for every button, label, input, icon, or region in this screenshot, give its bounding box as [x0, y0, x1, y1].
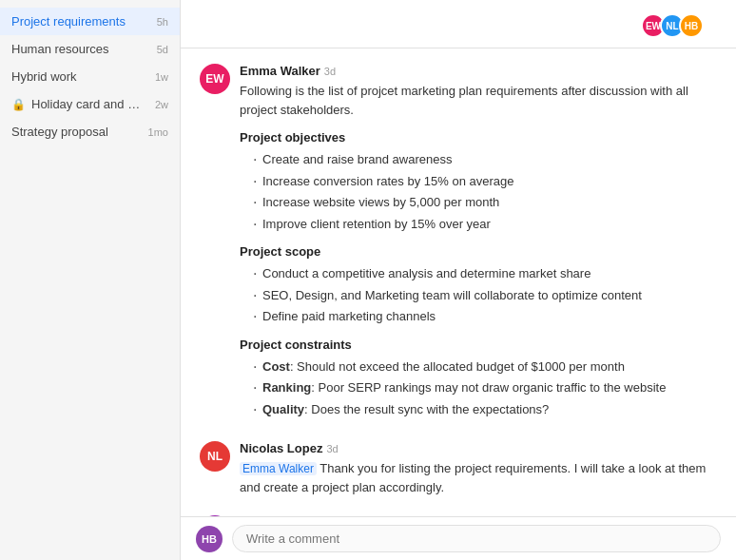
message-header: Nicolas Lopez3d [240, 441, 717, 455]
list-item: Quality: Does the result sync with the e… [253, 400, 717, 419]
sidebar-item-label: Project requirements [11, 14, 147, 29]
message-content: Emma Walker3dFollowing is the list of pr… [240, 64, 717, 422]
sidebar-item-holiday-card[interactable]: 🔒 Holiday card and gifts 2w [0, 90, 180, 118]
main-header: EWNLHB [181, 0, 736, 48]
comment-input[interactable] [232, 525, 721, 552]
sidebar: Project requirements 5h Human resources … [0, 0, 181, 560]
bold-text: Ranking [262, 380, 311, 395]
section-title: Project scope [240, 244, 717, 259]
message-intro: Following is the list of projcet marketi… [240, 82, 717, 119]
sidebar-item-label: Holiday card and gifts [31, 97, 145, 111]
sidebar-item-label: Hybrid work [11, 69, 145, 84]
message-block: EWEmma Walker3dFollowing is the list of … [200, 64, 717, 422]
header-right: EWNLHB [641, 13, 717, 38]
message-body: Emma Walker Thank you for listing the pr… [240, 459, 717, 496]
feed: EWEmma Walker3dFollowing is the list of … [181, 48, 736, 516]
comment-bar: HB [181, 516, 736, 560]
sidebar-item-time: 1mo [148, 126, 168, 138]
section-title: Project constraints [240, 338, 717, 352]
mention: Emma Walker [240, 462, 317, 475]
bullet-list: Conduct a competitive analysis and deter… [240, 264, 717, 326]
list-item: Increase website views by 5,000 per mont… [253, 193, 717, 212]
message-author: Emma Walker [240, 64, 320, 78]
sidebar-item-label: Human resources [11, 42, 147, 56]
list-item: Cost: Should not exceed the allocated bu… [253, 357, 717, 377]
sidebar-item-time: 1w [155, 71, 168, 83]
list-item: Improve client retention by 15% over yea… [253, 215, 717, 234]
list-item: Ranking: Poor SERP rankings may not draw… [253, 378, 717, 397]
message-time: 3d [326, 443, 338, 454]
message-block: NLNicolas Lopez3dEmma Walker Thank you f… [200, 441, 717, 496]
list-item: SEO, Design, and Marketing team will col… [253, 286, 717, 305]
message-author: Nicolas Lopez [240, 441, 322, 455]
list-item: Increase conversion rates by 15% on aver… [253, 172, 717, 191]
message-time: 3d [324, 66, 336, 77]
list-item: Create and raise brand awareness [253, 150, 717, 169]
sidebar-item-time: 5d [157, 44, 168, 55]
bullet-list: Cost: Should not exceed the allocated bu… [240, 357, 717, 419]
lock-icon: 🔒 [11, 98, 26, 111]
message-header: Emma Walker3d [240, 64, 717, 78]
bold-text: Cost [262, 359, 290, 374]
sidebar-item-label: Strategy proposal [11, 125, 139, 139]
sidebar-item-project-requirements[interactable]: Project requirements 5h [0, 8, 180, 35]
list-item: Conduct a competitive analysis and deter… [253, 264, 717, 283]
section-title: Project objectives [240, 130, 717, 145]
bold-text: Quality [262, 402, 304, 416]
sidebar-item-strategy-proposal[interactable]: Strategy proposal 1mo [0, 118, 180, 145]
sidebar-item-time: 2w [155, 99, 168, 110]
avatar: EW [200, 64, 230, 94]
comment-avatar: HB [196, 526, 223, 552]
message-content: Nicolas Lopez3dEmma Walker Thank you for… [240, 441, 717, 496]
bullet-list: Create and raise brand awarenessIncrease… [240, 150, 717, 233]
sidebar-item-hybrid-work[interactable]: Hybrid work 1w [0, 63, 180, 90]
avatar-group: EWNLHB [641, 13, 704, 38]
sidebar-item-time: 5h [157, 16, 168, 28]
sidebar-item-human-resources[interactable]: Human resources 5d [0, 35, 180, 63]
list-item: Define paid marketing channels [253, 307, 717, 326]
avatar: HB [679, 13, 704, 38]
more-button[interactable] [709, 24, 717, 28]
main-panel: EWNLHB EWEmma Walker3dFollowing is the l… [181, 0, 736, 560]
avatar: NL [200, 441, 230, 472]
